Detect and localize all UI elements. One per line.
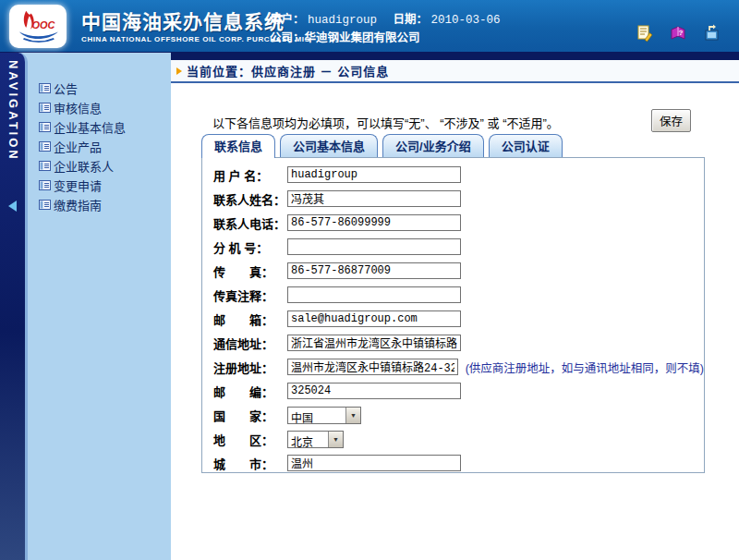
form-row: 邮 箱： [213, 307, 704, 331]
username-label: 用 户 名： [213, 166, 287, 184]
company-label: 公司： [270, 31, 305, 44]
sidebar-item-label: 缴费指南 [54, 196, 102, 213]
username-input[interactable] [287, 166, 461, 183]
extension-label: 分 机 号： [213, 238, 287, 256]
save-button[interactable]: 保存 [651, 109, 691, 132]
cnooc-logo: OOC [9, 5, 67, 48]
collapse-arrow-icon[interactable] [8, 201, 17, 212]
contact-name-label: 联系人姓名： [213, 190, 287, 208]
chevron-down-icon[interactable]: ▼ [345, 408, 360, 423]
edit-note-icon[interactable] [636, 24, 654, 43]
sidebar-item-label: 审核信息 [54, 99, 102, 116]
tab-bar: 联系信息 公司基本信息 公司/业务介绍 公司认证 [201, 134, 567, 158]
fax-label: 传 真： [213, 262, 287, 280]
breadcrumb: 当前位置：供应商注册 － 公司信息 [171, 60, 739, 83]
top-band [171, 53, 739, 60]
help-book-icon[interactable]: ? [669, 24, 687, 43]
tab-company-basic-info[interactable]: 公司基本信息 [280, 134, 378, 157]
extension-input[interactable] [287, 238, 461, 255]
form-icon [39, 121, 51, 133]
svg-text:OOC: OOC [32, 18, 56, 30]
sidebar-item-label: 企业产品 [54, 138, 102, 155]
logout-icon[interactable] [702, 24, 721, 43]
company-value: 华迪钢业集团有限公司 [305, 31, 420, 44]
form-row: 通信地址： [213, 331, 704, 355]
navigation-strip: NAVIGATION [0, 53, 28, 560]
tab-company-certification[interactable]: 公司认证 [489, 134, 563, 157]
mailing-address-label: 通信地址： [213, 335, 287, 352]
contact-phone-label: 联系人电话： [213, 214, 287, 232]
email-input[interactable] [287, 310, 461, 327]
email-label: 邮 箱： [213, 310, 287, 328]
sidebar-item-payment-guide[interactable]: 缴费指南 [39, 195, 171, 214]
cnooc-logo-icon: OOC [12, 7, 64, 46]
date-value: 2010-03-06 [430, 14, 500, 27]
form-row: 联系人电话： [213, 211, 704, 235]
country-select[interactable]: 中国 ▼ [287, 407, 361, 424]
fax-note-input[interactable] [287, 286, 461, 303]
form-row: 国 家： 中国 ▼ [213, 403, 704, 427]
postcode-input[interactable] [287, 383, 461, 399]
contact-phone-input[interactable] [287, 214, 461, 231]
registered-address-note: (供应商注册地址，如与通讯地址相同，则不填) [466, 359, 704, 376]
required-fields-notice: 以下各信息项均为必填项，可以填写“无”、 “不涉及” 或 “不适用”。 [212, 114, 559, 131]
sidebar-menu: 公告 审核信息 企业基本信息 企业产品 企业联系人 变更申请 [28, 53, 171, 560]
contact-name-input[interactable] [287, 190, 461, 207]
city-input[interactable] [287, 455, 461, 471]
region-select[interactable]: 北京 ▼ [287, 431, 344, 448]
session-info: 用户： huadigroup 日期： 2010-03-06 公司：华迪钢业集团有… [270, 11, 501, 47]
sidebar-item-company-basic-info[interactable]: 企业基本信息 [39, 117, 171, 137]
sidebar: NAVIGATION 公告 审核信息 企业基本信息 企业产品 企业联系 [0, 53, 171, 560]
form-row: 邮 编： [213, 379, 704, 403]
main-area: 当前位置：供应商注册 － 公司信息 以下各信息项均为必填项，可以填写“无”、 “… [171, 53, 739, 560]
form-row: 传 真： [213, 259, 704, 283]
sidebar-item-announcements[interactable]: 公告 [39, 79, 171, 98]
form-icon [39, 199, 51, 211]
form-row: 注册地址： (供应商注册地址，如与通讯地址相同，则不填) [213, 355, 704, 379]
form-row: 城 市： [213, 451, 704, 475]
form-row: 分 机 号： [213, 235, 704, 259]
sidebar-item-change-request[interactable]: 变更申请 [39, 176, 171, 195]
postcode-label: 邮 编： [213, 383, 287, 400]
sidebar-item-label: 企业基本信息 [54, 118, 126, 136]
user-value: huadigroup [308, 14, 377, 27]
sidebar-item-company-contacts[interactable]: 企业联系人 [39, 156, 171, 176]
country-select-value: 中国 [288, 408, 345, 423]
form-row: 地 区： 北京 ▼ [213, 427, 704, 451]
form-icon [39, 179, 51, 191]
form-icon [39, 160, 51, 172]
region-label: 地 区： [213, 431, 287, 448]
sidebar-item-label: 公告 [54, 79, 78, 97]
user-label: 用户： [270, 13, 305, 26]
app-header: OOC 中国海油采办信息系统 CHINA NATIONAL OFFSHORE O… [0, 0, 739, 53]
form-icon [39, 102, 51, 114]
form-row: 联系人姓名： [213, 187, 704, 211]
registered-address-label: 注册地址： [213, 359, 287, 376]
form-row: 用 户 名： [213, 163, 704, 187]
fax-note-label: 传真注释： [213, 286, 287, 304]
chevron-down-icon[interactable]: ▼ [328, 432, 343, 447]
breadcrumb-arrow-icon [176, 67, 182, 75]
form-icon [39, 82, 51, 94]
sidebar-item-audit-info[interactable]: 审核信息 [39, 98, 171, 117]
fax-input[interactable] [287, 262, 461, 279]
breadcrumb-label: 当前位置：供应商注册 － 公司信息 [187, 62, 389, 79]
form-icon [39, 140, 51, 152]
country-label: 国 家： [213, 407, 287, 424]
registered-address-input[interactable] [287, 359, 458, 375]
sidebar-item-label: 变更申请 [54, 177, 102, 194]
contact-info-panel: 用 户 名： 联系人姓名： 联系人电话： 分 机 号： 传 真： [201, 157, 705, 473]
date-label: 日期： [393, 13, 428, 26]
tab-contact-info[interactable]: 联系信息 [201, 134, 275, 158]
sidebar-item-company-products[interactable]: 企业产品 [39, 137, 171, 156]
svg-text:?: ? [679, 29, 684, 37]
region-select-value: 北京 [288, 432, 328, 447]
mailing-address-input[interactable] [287, 335, 461, 351]
city-label: 城 市： [213, 455, 287, 472]
navigation-label: NAVIGATION [6, 60, 20, 162]
tab-company-business-intro[interactable]: 公司/业务介绍 [382, 134, 484, 157]
content-area: 以下各信息项均为必填项，可以填写“无”、 “不涉及” 或 “不适用”。 保存 联… [171, 83, 739, 560]
form-row: 传真注释： [213, 283, 704, 307]
sidebar-item-label: 企业联系人 [54, 157, 114, 175]
